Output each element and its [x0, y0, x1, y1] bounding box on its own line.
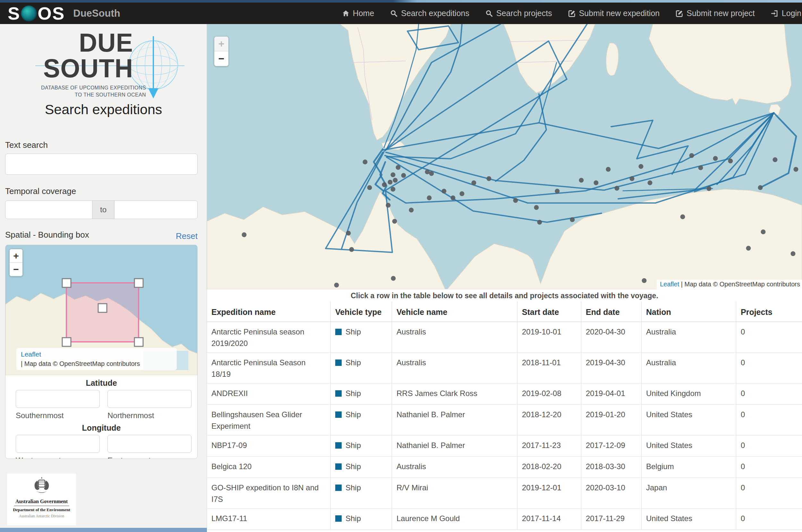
westernmost-input[interactable]	[16, 435, 100, 453]
leaflet-link[interactable]: Leaflet	[660, 281, 679, 288]
expedition-marker[interactable]	[363, 160, 368, 165]
expedition-marker[interactable]	[630, 176, 635, 181]
expedition-marker[interactable]	[427, 196, 432, 201]
minimap-zoom-out-button[interactable]: −	[10, 263, 22, 276]
expedition-marker[interactable]	[442, 189, 447, 194]
bbox-handle-ne[interactable]	[134, 279, 143, 287]
expedition-marker[interactable]	[773, 157, 778, 162]
expedition-marker[interactable]	[401, 173, 406, 178]
expedition-marker[interactable]	[429, 171, 434, 176]
table-row[interactable]: Bellingshausen Sea Glider ExperimentShip…	[207, 405, 802, 436]
cell-vehicle-type: Ship	[331, 353, 392, 383]
bbox-handle-center[interactable]	[98, 304, 107, 312]
expedition-marker[interactable]	[349, 247, 354, 252]
cell-start-date: 2019-02-08	[518, 383, 581, 404]
gov-line1: Australian Government	[7, 499, 76, 505]
text-search-input[interactable]	[5, 154, 198, 175]
expedition-map[interactable]: + − Leaflet | Map data © OpenStreetMap c…	[207, 24, 802, 289]
expedition-marker[interactable]	[698, 166, 703, 170]
expedition-marker[interactable]	[534, 205, 539, 210]
leaflet-link[interactable]: Leaflet	[21, 350, 41, 358]
expedition-marker[interactable]	[334, 283, 339, 288]
expedition-marker[interactable]	[791, 251, 796, 256]
bbox-handle-se[interactable]	[134, 338, 143, 346]
expedition-marker[interactable]	[386, 203, 391, 208]
expedition-marker[interactable]	[594, 180, 599, 185]
nav-item-search-projects[interactable]: Search projects	[485, 9, 552, 18]
easternmost-input[interactable]	[108, 435, 191, 453]
expedition-marker[interactable]	[391, 172, 395, 177]
expedition-marker[interactable]	[758, 185, 763, 190]
expedition-marker[interactable]	[487, 176, 491, 181]
expedition-marker[interactable]	[513, 198, 518, 203]
cell-nation: Japan	[641, 478, 736, 508]
expedition-marker[interactable]	[460, 191, 465, 196]
expedition-marker[interactable]	[388, 180, 393, 185]
temporal-end-input[interactable]	[114, 201, 198, 219]
temporal-start-input[interactable]	[5, 201, 92, 219]
expedition-marker[interactable]	[392, 219, 397, 224]
expedition-marker[interactable]	[555, 189, 560, 194]
table-instruction: Click a row in the table below to see al…	[207, 289, 802, 301]
cell-start-date: 2018-02-20	[518, 457, 581, 477]
search-sidebar: DUE SOUTH DATABASE OF UPCOMING EXPEDITIO…	[0, 24, 207, 532]
expedition-marker[interactable]	[642, 278, 647, 283]
expedition-marker[interactable]	[648, 180, 653, 185]
expedition-marker[interactable]	[391, 187, 395, 192]
nav-item-submit-expedition[interactable]: Submit new expedition	[568, 9, 660, 18]
table-row[interactable]: Antarctic Peninsula Season 18/19ShipAust…	[207, 353, 802, 383]
expedition-marker[interactable]	[728, 159, 733, 164]
cell-projects: 0	[736, 436, 802, 456]
minimap-zoom-in-button[interactable]: +	[10, 249, 22, 263]
expedition-marker[interactable]	[409, 208, 414, 213]
map-zoom-in-button[interactable]: +	[214, 37, 228, 51]
expedition-marker[interactable]	[537, 220, 542, 225]
expedition-marker[interactable]	[451, 196, 455, 201]
table-row[interactable]: GO-SHIP expedition to I8N and I7SShipR/V…	[207, 478, 802, 509]
expedition-marker[interactable]	[471, 180, 477, 185]
expedition-marker[interactable]	[680, 214, 685, 219]
nav-item-login[interactable]: Login	[771, 9, 801, 18]
expedition-marker[interactable]	[242, 232, 247, 237]
expedition-marker[interactable]	[689, 153, 694, 158]
expedition-marker[interactable]	[707, 186, 711, 191]
nav-item-search-expeditions[interactable]: Search expeditions	[390, 9, 469, 18]
expedition-marker[interactable]	[393, 178, 398, 183]
southernmost-input[interactable]	[16, 390, 100, 408]
expedition-marker[interactable]	[713, 156, 718, 161]
expedition-marker[interactable]	[606, 167, 611, 172]
reset-bbox-link[interactable]: Reset	[176, 231, 198, 241]
nav-item-submit-project[interactable]: Submit new project	[676, 9, 755, 18]
expedition-marker[interactable]	[570, 217, 575, 222]
cell-vehicle-type: Ship	[331, 405, 392, 435]
nav-item-home[interactable]: Home	[342, 9, 374, 18]
australian-government-logo: Australian Government Department of the …	[7, 474, 76, 525]
expedition-marker[interactable]	[794, 167, 799, 172]
northernmost-input[interactable]	[108, 390, 191, 408]
bbox-minimap[interactable]: + − Leaflet | Map data © OpenStreetMap c…	[5, 245, 197, 375]
map-zoom-out-button[interactable]: −	[214, 51, 228, 66]
bbox-handle-sw[interactable]	[62, 338, 71, 346]
expedition-map-canvas[interactable]	[207, 24, 802, 289]
expedition-marker[interactable]	[391, 276, 396, 281]
expedition-marker[interactable]	[396, 165, 401, 170]
soos-logo[interactable]: S OS DueSouth	[8, 3, 120, 24]
expedition-marker[interactable]	[761, 230, 766, 234]
expedition-marker[interactable]	[382, 183, 387, 187]
bbox-handle-nw[interactable]	[62, 279, 71, 287]
expedition-marker[interactable]	[346, 231, 351, 236]
table-row[interactable]: ANDREXIIShipRRS James Clark Ross2019-02-…	[207, 383, 802, 405]
table-row[interactable]: Antarctic Peninsula season 2019/2020Ship…	[207, 322, 802, 353]
expedition-marker[interactable]	[639, 164, 644, 169]
cell-nation: United States	[641, 405, 736, 435]
table-row[interactable]: LMG17-11ShipLaurence M Gould2017-11-1420…	[207, 509, 802, 530]
expedition-marker[interactable]	[579, 178, 584, 183]
table-row[interactable]: Belgica 120ShipAustralis2018-02-202018-0…	[207, 457, 802, 478]
table-row[interactable]: NBP17-09ShipNathaniel B. Palmer2017-11-2…	[207, 436, 802, 457]
expedition-marker[interactable]	[746, 246, 751, 251]
expedition-marker[interactable]	[615, 186, 619, 191]
expedition-marker[interactable]	[367, 185, 372, 190]
cell-vehicle-type: Ship	[331, 383, 392, 404]
expedition-marker[interactable]	[425, 170, 430, 174]
cell-projects: 0	[736, 457, 802, 477]
